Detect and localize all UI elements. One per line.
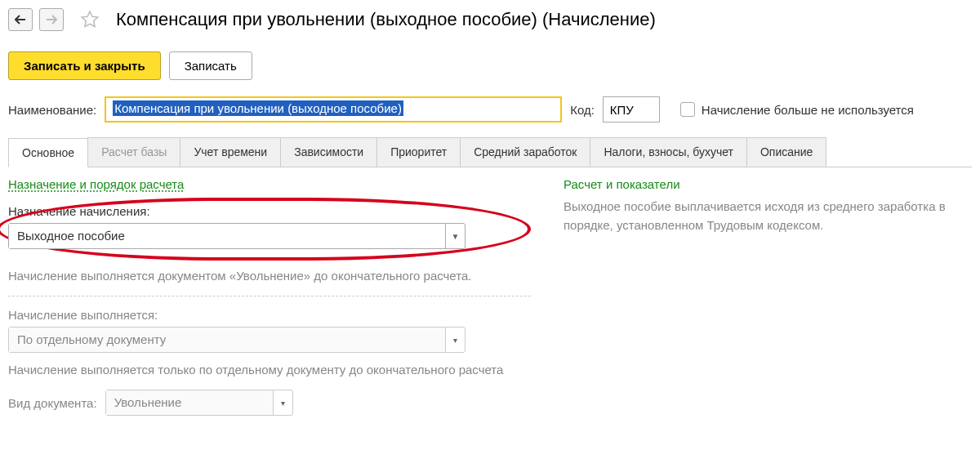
calc-description: Выходное пособие выплачивается исходя из… [564,198,956,234]
name-input-value: Компенсация при увольнении (выходное пос… [113,100,403,116]
info-text-1: Начисление выполняется документом «Уволь… [8,267,531,284]
code-input[interactable] [603,96,660,123]
exec-value: По отдельному документу [9,328,445,352]
unused-label: Начисление больше не используется [702,103,914,117]
divider [8,296,531,296]
tab-taxes[interactable]: Налоги, взносы, бухучет [590,137,747,167]
forward-button[interactable] [39,8,64,31]
chevron-down-icon: ▾ [445,328,465,352]
tab-desc[interactable]: Описание [746,137,826,167]
doc-select: Увольнение ▾ [105,390,293,416]
back-button[interactable] [8,8,33,31]
doc-value: Увольнение [106,390,273,415]
doc-label: Вид документа: [8,396,97,410]
info-text-2: Начисление выполняется только по отдельн… [8,361,531,378]
exec-label: Начисление выполняется: [8,308,531,322]
tabs: Основное Расчет базы Учет времени Зависи… [8,137,972,167]
highlight-annotation: Назначение начисления: Выходное пособие … [0,198,531,261]
tab-deps[interactable]: Зависимости [280,137,377,167]
name-input[interactable]: Компенсация при увольнении (выходное пос… [105,96,562,123]
tab-time[interactable]: Учет времени [180,137,281,167]
tab-avg[interactable]: Средний заработок [460,137,590,167]
purpose-select[interactable]: Выходное пособие ▼ [8,223,466,249]
save-button[interactable]: Записать [169,51,252,80]
tab-main[interactable]: Основное [8,138,88,167]
chevron-down-icon: ▾ [273,390,292,415]
page-title: Компенсация при увольнении (выходное пос… [116,9,656,30]
save-close-button[interactable]: Записать и закрыть [8,51,161,80]
purpose-label: Назначение начисления: [8,204,519,218]
name-label: Наименование: [8,103,96,117]
unused-checkbox[interactable] [680,102,695,117]
exec-select: По отдельному документу ▾ [8,327,466,353]
section-calc-title: Расчет и показатели [564,177,956,191]
section-purpose-title[interactable]: Назначение и порядок расчета [8,177,531,191]
tab-base-calc[interactable]: Расчет базы [87,137,180,167]
chevron-down-icon: ▼ [445,224,465,248]
tab-priority[interactable]: Приоритет [376,137,461,167]
purpose-value: Выходное пособие [9,224,445,248]
favorite-icon[interactable] [78,8,101,31]
code-label: Код: [570,103,595,117]
